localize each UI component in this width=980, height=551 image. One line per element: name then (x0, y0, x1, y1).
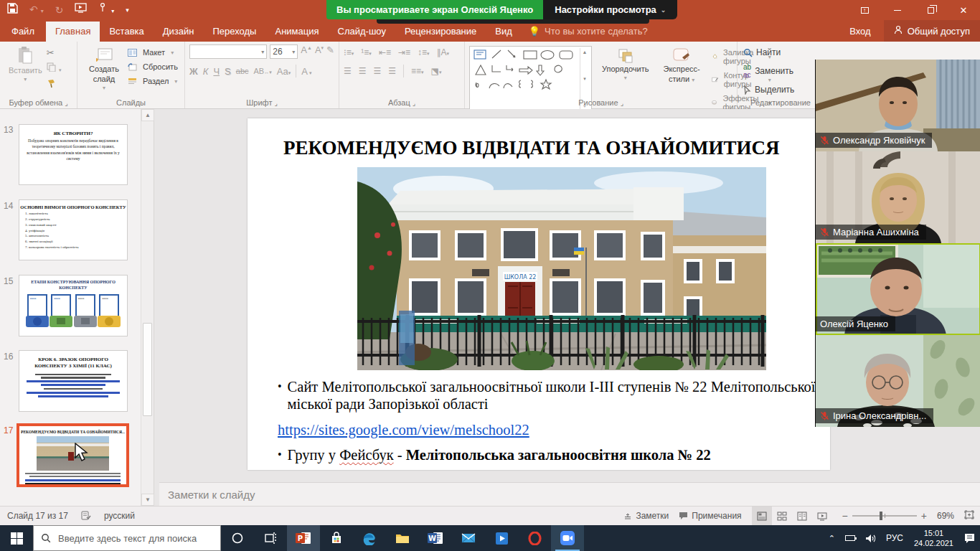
increase-indent-icon[interactable]: ⇥≡ (398, 47, 410, 57)
scrollbar-thumb[interactable] (143, 323, 152, 416)
slideshow-view-button[interactable] (812, 507, 832, 525)
notes-toggle[interactable]: Заметки (623, 511, 669, 521)
columns-icon[interactable]: ≡≡▾ (411, 66, 424, 76)
minimize-button[interactable] (881, 0, 914, 20)
taskbar-file-explorer[interactable] (386, 525, 419, 551)
taskbar-word[interactable]: W (419, 525, 452, 551)
redo-icon[interactable]: ↻ (55, 0, 64, 20)
volume-icon[interactable] (860, 534, 881, 543)
tab-transitions[interactable]: Переходы (203, 22, 265, 42)
grow-font-icon[interactable]: А▲ (301, 44, 312, 59)
shadow-button[interactable]: S (225, 66, 231, 77)
school-photo[interactable]: ШКОЛА 22 (357, 167, 766, 370)
taskbar-zoom[interactable] (551, 525, 584, 551)
char-spacing-button[interactable]: АВ↔▾ (254, 67, 272, 75)
tab-slideshow[interactable]: Слайд-шоу (329, 22, 395, 42)
participant-tile-3-active-speaker[interactable]: Олексій Яценко (816, 243, 980, 335)
clear-format-icon[interactable]: ✎ (326, 44, 334, 59)
cut-icon[interactable]: ✂ (47, 47, 62, 58)
task-view-button[interactable] (254, 525, 287, 551)
italic-button[interactable]: К (203, 66, 209, 77)
fit-to-window-icon[interactable] (964, 510, 974, 522)
thumbnails-scrollbar[interactable]: ▲ ▼ (141, 109, 154, 506)
justify-icon[interactable]: ☰ (388, 66, 396, 76)
font-color-button[interactable]: А ▾ (301, 66, 311, 77)
comments-toggle[interactable]: Примечания (679, 511, 741, 521)
view-options-button[interactable]: Настройки просмотра ⌄ (543, 0, 677, 19)
slide-hyperlink[interactable]: https://sites.google.com/view/melschool2… (278, 421, 830, 438)
tab-animations[interactable]: Анимация (265, 22, 328, 42)
tab-home[interactable]: Главная (46, 22, 100, 42)
strikethrough-button[interactable]: abc (236, 67, 249, 75)
text-direction-icon[interactable]: ∥A▾ (437, 47, 450, 57)
tray-chevron-icon[interactable]: ⌃ (824, 534, 840, 543)
taskbar-opera[interactable] (518, 525, 551, 551)
shrink-font-icon[interactable]: А▾ (315, 44, 324, 59)
action-center-icon[interactable] (959, 533, 980, 544)
line-spacing-icon[interactable]: ↕≡▾ (418, 47, 430, 57)
format-painter-icon[interactable] (47, 78, 62, 91)
tab-view[interactable]: Вид (486, 22, 522, 42)
bullets-icon[interactable]: ⁝≡▾ (344, 47, 354, 57)
tab-design[interactable]: Дизайн (154, 22, 204, 42)
layout-button[interactable]: Макет▾ (126, 47, 179, 58)
align-right-icon[interactable]: ☰ (374, 66, 382, 76)
thumbnail-slide-14[interactable]: ОСНОВНІ ВИМОГИ ОПОРНОГО КОНСПЕКТУ 1. лак… (19, 199, 128, 260)
reading-view-button[interactable] (792, 507, 812, 525)
replace-button[interactable]: abac Заменить (742, 61, 819, 81)
zoom-out-button[interactable]: − (842, 510, 848, 522)
copy-icon[interactable]: ▾ (47, 62, 62, 75)
font-size-combo[interactable]: 26▾ (270, 44, 298, 59)
thumbnail-slide-13[interactable]: ЯК СТВОРИТИ? Побудова опорних конспектів… (19, 124, 128, 185)
font-name-combo[interactable]: ▾ (189, 44, 267, 59)
slide-canvas[interactable]: РЕКОМЕНДУЄМО ВІДВІДАТИ ТА ОЗНАЙОМИТИСЯ (248, 118, 830, 470)
slide-title[interactable]: РЕКОМЕНДУЄМО ВІДВІДАТИ ТА ОЗНАЙОМИТИСЯ (283, 137, 830, 159)
align-left-icon[interactable]: ☰ (344, 66, 352, 76)
scroll-up-button[interactable]: ▲ (141, 109, 154, 121)
taskbar-powerpoint[interactable]: P (287, 525, 320, 551)
ribbon-display-options-button[interactable]: ↑ (848, 0, 881, 20)
find-button[interactable]: Найти (742, 45, 819, 60)
participant-tile-1[interactable]: Олександр Яковійчук (816, 60, 980, 151)
touch-mode-icon[interactable]: ▾ (98, 0, 114, 22)
zoom-in-button[interactable]: + (921, 510, 927, 522)
select-button[interactable]: Выделить (742, 83, 819, 97)
participant-tile-4[interactable]: Ірина Олександрівн... (816, 335, 980, 427)
sign-in-button[interactable]: Вход (837, 26, 883, 37)
customize-qat-icon[interactable]: ▾ (126, 0, 129, 20)
taskbar-clock[interactable]: 15:01 24.02.2021 (908, 528, 959, 549)
undo-icon[interactable]: ↶ ▾ (29, 0, 44, 22)
zoom-slider-thumb[interactable] (880, 512, 882, 520)
spellcheck-icon[interactable] (81, 510, 91, 522)
zoom-level[interactable]: 69% (937, 511, 954, 521)
numbering-icon[interactable]: ¹≡▾ (361, 47, 372, 57)
taskbar-mail[interactable] (452, 525, 485, 551)
start-slideshow-icon[interactable] (75, 0, 87, 20)
language-indicator[interactable]: РУС (881, 533, 908, 543)
tab-insert[interactable]: Вставка (100, 22, 153, 42)
underline-button[interactable]: Ч (213, 66, 220, 77)
thumbnail-slide-15[interactable]: ЕТАПИ КОНСТРУЮВАННЯ ОПОРНОГО КОНСПЕКТУ ▤… (19, 275, 128, 336)
change-case-button[interactable]: Аа▾ (277, 66, 291, 77)
language-indicator[interactable]: русский (104, 511, 135, 521)
cortana-button[interactable] (221, 525, 254, 551)
slide-sorter-view-button[interactable] (772, 507, 792, 525)
thumbnail-slide-17-selected[interactable]: РЕКОМЕНДУЄМО ВІДВІДАТИ ТА ОЗНАЙОМИТИСЯ..… (17, 423, 129, 487)
restore-button[interactable] (914, 0, 947, 20)
battery-icon[interactable] (840, 535, 860, 541)
tab-review[interactable]: Рецензирование (395, 22, 486, 42)
new-slide-button[interactable]: Создать слайд ▾ (82, 44, 126, 93)
taskbar-movies-tv[interactable] (485, 525, 518, 551)
section-button[interactable]: Раздел▾ (126, 75, 179, 87)
scroll-down-button[interactable]: ▼ (141, 494, 154, 506)
share-button[interactable]: Общий доступ (884, 20, 980, 42)
smartart-icon[interactable]: ⬔▾ (431, 66, 442, 76)
decrease-indent-icon[interactable]: ⇤≡ (379, 47, 391, 57)
normal-view-button[interactable] (752, 507, 772, 525)
zoom-slider[interactable]: − + (842, 510, 927, 522)
close-button[interactable]: ✕ (947, 0, 980, 20)
tell-me-box[interactable]: 💡 Что вы хотите сделать? (522, 22, 655, 42)
taskbar-store[interactable] (320, 525, 353, 551)
taskbar-search[interactable]: Введите здесь текст для поиска (33, 525, 221, 551)
tab-file[interactable]: Файл (0, 22, 46, 42)
